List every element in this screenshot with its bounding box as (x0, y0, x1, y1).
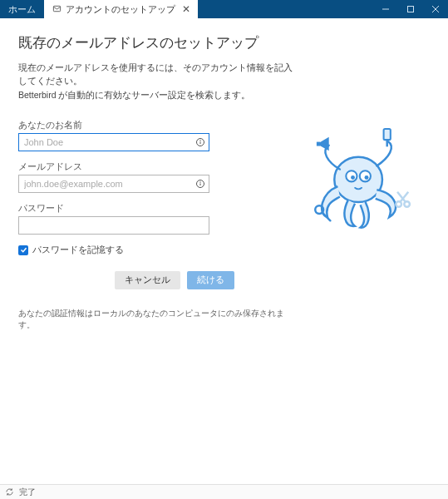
password-field-block: パスワード (18, 203, 293, 235)
svg-point-11 (334, 157, 382, 202)
close-window-button[interactable] (423, 0, 448, 18)
status-text: 完了 (19, 487, 36, 498)
intro-line-1: 現在のメールアドレスを使用するには、そのアカウント情報を記入してください。 (18, 62, 293, 86)
form-column: 既存のメールアドレスのセットアップ 現在のメールアドレスを使用するには、そのアカ… (18, 33, 293, 484)
svg-point-15 (365, 175, 369, 180)
password-input[interactable] (18, 216, 209, 235)
remember-password-row[interactable]: パスワードを記憶する (18, 245, 293, 256)
email-input[interactable] (18, 175, 209, 193)
sync-icon (5, 487, 14, 497)
svg-rect-17 (384, 129, 391, 140)
mail-icon (52, 4, 62, 15)
name-input[interactable] (18, 133, 209, 151)
footnote-text: あなたの認証情報はローカルのあなたのコンピュータにのみ保存されます。 (18, 308, 293, 331)
cancel-button[interactable]: キャンセル (115, 271, 180, 289)
svg-rect-16 (317, 142, 320, 146)
page-heading: 既存のメールアドレスのセットアップ (18, 33, 293, 52)
password-label: パスワード (18, 203, 293, 215)
illustration-column (293, 33, 433, 484)
email-label: メールアドレス (18, 161, 293, 173)
email-field-block: メールアドレス (18, 161, 293, 193)
checkbox-checked-icon[interactable] (18, 245, 28, 255)
button-row: キャンセル 続ける (115, 271, 293, 289)
name-label: あなたのお名前 (18, 120, 293, 131)
status-bar: 完了 (0, 484, 448, 499)
tab-account-setup-label: アカウントのセットアップ (66, 3, 175, 16)
octopus-illustration (284, 125, 426, 241)
intro-line-2: Betterbird が自動的に有効なサーバー設定を検索します。 (18, 90, 250, 100)
close-tab-icon[interactable]: ✕ (180, 3, 193, 15)
continue-button[interactable]: 続ける (187, 271, 234, 289)
maximize-button[interactable] (398, 0, 423, 18)
minimize-button[interactable] (373, 0, 398, 18)
content-area: 既存のメールアドレスのセットアップ 現在のメールアドレスを使用するには、そのアカ… (0, 18, 448, 484)
svg-point-7 (200, 141, 201, 141)
info-icon[interactable] (195, 137, 205, 147)
info-icon[interactable] (195, 179, 205, 189)
tab-account-setup[interactable]: アカウントのセットアップ ✕ (44, 0, 198, 18)
name-field-block: あなたのお名前 (18, 120, 293, 151)
svg-rect-2 (408, 7, 414, 12)
tab-home-label: ホーム (8, 3, 36, 16)
remember-password-label: パスワードを記憶する (32, 245, 124, 256)
intro-text: 現在のメールアドレスを使用するには、そのアカウント情報を記入してください。 Be… (18, 61, 293, 101)
window-controls (373, 0, 448, 18)
titlebar: ホーム アカウントのセットアップ ✕ (0, 0, 448, 18)
svg-point-10 (200, 182, 201, 183)
tab-home[interactable]: ホーム (0, 0, 44, 18)
svg-point-14 (351, 175, 355, 180)
